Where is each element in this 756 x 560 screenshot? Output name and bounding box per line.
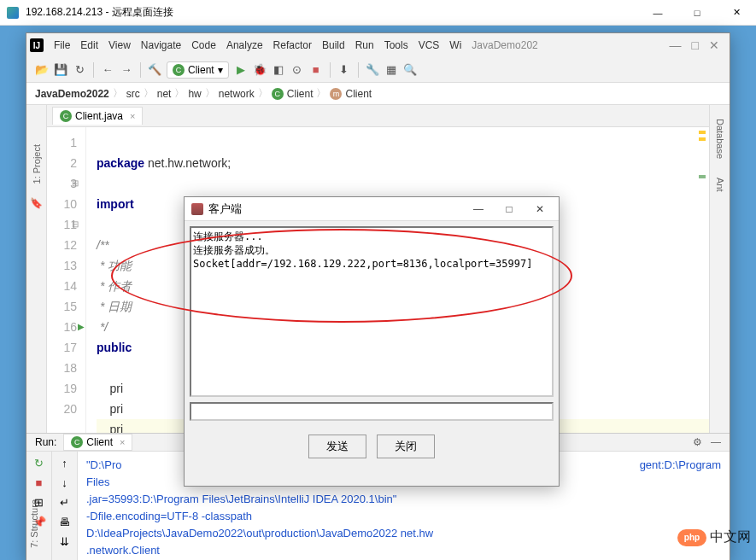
watermark-text: 中文网 (710, 528, 751, 546)
rdp-close-button[interactable]: ✕ (717, 0, 756, 26)
undo-icon[interactable]: ← (101, 63, 114, 77)
run-config-dropdown[interactable]: C Client ▾ (167, 61, 229, 79)
rdp-title: 192.168.214.213 - 远程桌面连接 (26, 5, 173, 20)
dialog-title: 客户端 (208, 201, 242, 217)
breadcrumb-item[interactable]: hw (188, 88, 201, 100)
ide-titlebar: IJ File Edit View Navigate Code Analyze … (26, 33, 730, 57)
rdp-window-controls: — □ ✕ (638, 0, 756, 26)
close-button[interactable]: 关闭 (377, 435, 435, 458)
menu-run[interactable]: Run (352, 38, 378, 53)
structure-icon[interactable]: ▦ (384, 63, 398, 77)
rdp-minimize-button[interactable]: — (638, 0, 677, 26)
structure-tool-tab[interactable]: 7: Structure (29, 499, 39, 548)
output-textarea[interactable]: 连接服务器... 连接服务器成功。 Socket[addr=/192.168.1… (190, 226, 554, 397)
breadcrumb-item[interactable]: net (157, 88, 172, 100)
settings-gear-icon[interactable]: ⚙ (693, 436, 702, 448)
remote-desktop: IJ File Edit View Navigate Code Analyze … (0, 26, 756, 560)
ide-maximize-button[interactable]: □ (692, 38, 699, 52)
breadcrumb-item[interactable]: JavaDemo2022 (35, 88, 109, 100)
menu-analyze[interactable]: Analyze (223, 38, 267, 53)
settings-wrench-icon[interactable]: 🔧 (366, 63, 379, 77)
run-label: Run: (35, 436, 56, 448)
breadcrumb-item[interactable]: src (126, 88, 140, 100)
ant-tool-tab[interactable]: Ant (713, 172, 727, 197)
breadcrumb-item[interactable]: mClient (330, 88, 372, 100)
rerun-icon[interactable]: ↻ (34, 457, 44, 470)
message-input[interactable] (190, 402, 554, 421)
open-icon[interactable]: 📂 (35, 63, 49, 77)
java-icon (191, 203, 203, 215)
wrap-icon[interactable]: ↵ (60, 496, 69, 509)
save-icon[interactable]: 💾 (54, 63, 67, 77)
right-tool-gutter: Database Ant (709, 105, 730, 433)
rdp-icon (7, 7, 19, 19)
search-icon[interactable]: 🔍 (403, 63, 417, 77)
left-tool-gutter: 1: Project 🔖 (26, 105, 47, 433)
bookmark-icon[interactable]: 🔖 (30, 197, 43, 209)
stop-icon[interactable]: ■ (309, 63, 323, 77)
menu-file[interactable]: File (50, 38, 73, 53)
vcs-update-icon[interactable]: ⬇ (337, 63, 351, 77)
ide-toolbar: 📂 💾 ↻ ← → 🔨 C Client ▾ ▶ 🐞 ◧ ⊙ ■ ⬇ 🔧 ▦ 🔍 (26, 57, 730, 83)
rdp-titlebar: 192.168.214.213 - 远程桌面连接 — □ ✕ (0, 0, 756, 26)
send-button[interactable]: 发送 (308, 435, 366, 458)
editor-tab[interactable]: C Client.java × (52, 107, 143, 125)
up-icon[interactable]: ↑ (62, 457, 67, 470)
print-icon[interactable]: 🖶 (59, 516, 70, 528)
ide-title: JavaDemo202 (472, 39, 537, 51)
dialog-titlebar[interactable]: 客户端 — □ ✕ (185, 197, 559, 221)
profile-icon[interactable]: ⊙ (290, 63, 304, 77)
database-tool-tab[interactable]: Database (713, 114, 727, 164)
scroll-icon[interactable]: ⇊ (60, 535, 69, 548)
ide-minimize-button[interactable]: — (670, 38, 682, 52)
dialog-close-button[interactable]: ✕ (525, 198, 555, 220)
watermark-badge: php 中文网 (677, 528, 751, 546)
rdp-maximize-button[interactable]: □ (677, 0, 717, 26)
intellij-logo-icon: IJ (30, 38, 44, 52)
menu-code[interactable]: Code (188, 38, 220, 53)
debug-icon[interactable]: 🐞 (253, 63, 267, 77)
run-toolbar-right: ↑ ↓ ↵ 🖶 ⇊ (52, 452, 78, 560)
menu-navigate[interactable]: Navigate (138, 38, 185, 53)
menu-refactor[interactable]: Refactor (270, 38, 315, 53)
refresh-icon[interactable]: ↻ (73, 63, 86, 77)
run-button-icon[interactable]: ▶ (234, 63, 248, 77)
run-tab[interactable]: CClient × (63, 434, 132, 451)
run-gutter-icon[interactable]: ▶ (78, 317, 85, 337)
breadcrumb: JavaDemo2022〉 src〉 net〉 hw〉 network〉 CCl… (26, 83, 730, 105)
down-icon[interactable]: ↓ (62, 476, 67, 489)
breadcrumb-item[interactable]: CClient (272, 88, 314, 100)
stop-icon[interactable]: ■ (36, 476, 43, 489)
hide-icon[interactable]: — (711, 436, 721, 448)
close-tab-icon[interactable]: × (130, 111, 135, 121)
client-dialog: 客户端 — □ ✕ 连接服务器... 连接服务器成功。 Socket[addr=… (184, 196, 560, 487)
ide-close-button[interactable]: ✕ (709, 38, 719, 52)
coverage-icon[interactable]: ◧ (272, 63, 285, 77)
dialog-maximize-button[interactable]: □ (494, 198, 525, 220)
error-stripe (699, 131, 707, 182)
menu-window[interactable]: Wi (446, 38, 465, 53)
dialog-minimize-button[interactable]: — (463, 198, 494, 220)
class-icon: C (60, 110, 72, 122)
line-gutter: 1 2 3⊞ 10 11⊟ 12 13 14 15 16▶ 17 18 19 2… (47, 127, 86, 433)
build-icon[interactable]: 🔨 (148, 63, 161, 77)
menu-view[interactable]: View (105, 38, 134, 53)
menu-edit[interactable]: Edit (77, 38, 102, 53)
menu-tools[interactable]: Tools (381, 38, 412, 53)
php-logo-icon: php (677, 529, 706, 546)
breadcrumb-item[interactable]: network (219, 88, 255, 100)
menu-build[interactable]: Build (319, 38, 349, 53)
project-tool-tab[interactable]: 1: Project (30, 139, 44, 189)
redo-icon[interactable]: → (120, 63, 133, 77)
menu-vcs[interactable]: VCS (415, 38, 443, 53)
